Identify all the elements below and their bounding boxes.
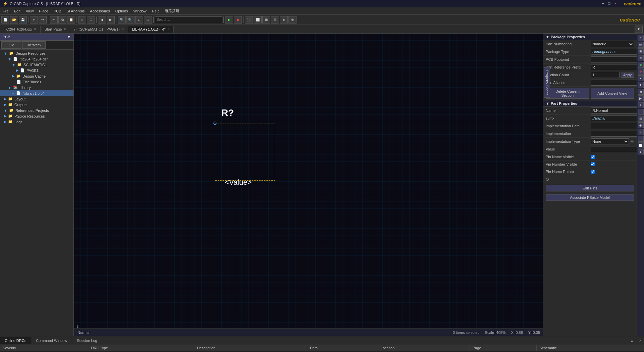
tb-copy[interactable]: ⧉: [58, 16, 66, 24]
mini-zoom-in[interactable]: +: [638, 102, 644, 108]
tree-dsn-file[interactable]: ▼ 📄 .\tc264_tc264.dsn: [0, 56, 73, 62]
mini-info[interactable]: ℹ: [638, 149, 644, 155]
bottom-close-btn[interactable]: ×: [637, 339, 644, 343]
prop-part-ref-prefix-input[interactable]: [591, 64, 637, 70]
tab-schematic[interactable]: / - (SCHEMATIC1 : PAGE1) ×: [70, 26, 128, 33]
mini-mirror[interactable]: ↔: [638, 136, 644, 142]
tree-pspice[interactable]: ▶ 📁 PSpice Resources: [0, 113, 73, 119]
tab-start-page-close[interactable]: ×: [64, 27, 66, 31]
view-file-btn[interactable]: File: [1, 41, 21, 49]
add-convert-btn[interactable]: Add Convert View: [591, 88, 634, 99]
tb-more3[interactable]: ⊞: [262, 16, 270, 24]
mini-page[interactable]: 📄: [638, 142, 644, 148]
menu-si-analysis[interactable]: SI Analysis: [64, 8, 88, 14]
tree-layout[interactable]: ▶ 📁 Layout: [0, 96, 73, 102]
tb-more6[interactable]: ⊕: [288, 16, 297, 24]
tb-more1[interactable]: ⬛: [245, 16, 253, 24]
tree-design-resources[interactable]: ▼ 📁 Design Resources: [0, 50, 73, 56]
part-properties-header[interactable]: ▼ Part Properties: [543, 100, 637, 107]
prop-pin-name-visible-check[interactable]: [591, 155, 595, 159]
property-sheet-tab[interactable]: Property Sheet: [544, 67, 550, 98]
tree-outputs[interactable]: ▶ 📁 Outputs: [0, 102, 73, 107]
tb-new[interactable]: 📄: [1, 16, 9, 24]
minimize-btn[interactable]: −: [602, 1, 604, 6]
tb-more4[interactable]: ⊟: [271, 16, 279, 24]
tb-more5[interactable]: ◈: [280, 16, 288, 24]
mini-cursor[interactable]: ↖: [638, 35, 644, 41]
tb-zoom-in[interactable]: 🔍: [118, 16, 126, 24]
menu-options[interactable]: Options: [113, 8, 131, 14]
mini-rotate[interactable]: ↺: [638, 129, 644, 135]
prop-implementation-input[interactable]: [591, 131, 637, 137]
tree-page1[interactable]: ▶ 📄 PAGE1: [0, 68, 73, 73]
btm-tab-online-drcs[interactable]: Online DRCs: [0, 337, 31, 344]
prop-part-aliases-input[interactable]: [591, 80, 637, 86]
tree-schematic1[interactable]: ▼ 📁 SCHEMATIC1: [0, 62, 73, 68]
mini-up[interactable]: ▲: [638, 75, 644, 81]
prop-pin-number-visible-check[interactable]: [591, 162, 595, 166]
mini-grid[interactable]: ⊡: [638, 116, 644, 122]
tb-undo[interactable]: ↩: [30, 16, 38, 24]
menu-accessories[interactable]: Accessories: [87, 8, 112, 14]
mini-remove-circle[interactable]: ⊖: [638, 69, 644, 75]
tb-forward[interactable]: ▶: [107, 16, 115, 24]
menu-window[interactable]: Window: [131, 8, 149, 14]
prop-section-count-input[interactable]: [591, 72, 620, 78]
tree-titleblock[interactable]: 📄 TitleBlock0: [0, 79, 73, 85]
tree-design-cache[interactable]: ▶ 📁 Design Cache: [0, 73, 73, 79]
view-hierarchy-btn[interactable]: Hierarchy: [22, 41, 46, 49]
delete-section-btn[interactable]: Delete Current Section: [546, 88, 589, 99]
mini-box1[interactable]: ▭: [638, 42, 644, 48]
tree-logs[interactable]: ▶ 📁 Logs: [0, 119, 73, 125]
prop-pin-name-rotate-check[interactable]: [591, 170, 595, 174]
canvas-area[interactable]: R? <Value> ⊕ .Normal 0 items selected Sc…: [74, 34, 543, 336]
menu-view[interactable]: View: [23, 8, 37, 14]
prop-impl-path-input[interactable]: [591, 123, 637, 129]
tab-project[interactable]: TC264_tc264.opj ×: [0, 26, 41, 33]
tb-more2[interactable]: ⬜: [254, 16, 262, 24]
associate-pspice-btn[interactable]: Associate PSpice Model: [546, 194, 634, 201]
prop-package-type-input[interactable]: [591, 49, 637, 55]
mini-copy[interactable]: ⧉: [638, 55, 644, 61]
menu-edit[interactable]: Edit: [11, 8, 23, 14]
btm-tab-session-log[interactable]: Session Log: [72, 337, 102, 344]
prop-impl-type-select[interactable]: None VHDL Schematic View PSpice Model: [591, 138, 629, 144]
tb-select-rect[interactable]: ▭: [78, 16, 86, 24]
prop-spinner[interactable]: ⟳: [546, 177, 550, 182]
tb-save[interactable]: 💾: [19, 16, 27, 24]
prop-impl-type-eye[interactable]: 👁: [630, 139, 634, 143]
menu-place[interactable]: Place: [36, 8, 51, 14]
tb-stop[interactable]: ■: [234, 16, 242, 24]
tb-zoom-out[interactable]: 🔍-: [126, 16, 135, 24]
tab-start-page[interactable]: Start Page ×: [41, 26, 70, 33]
prop-part-numbering-select[interactable]: Numeric Alphabetic: [591, 41, 634, 47]
menu-help[interactable]: Help: [149, 8, 162, 14]
tb-select-poly[interactable]: ⬡: [87, 16, 95, 24]
tb-cut[interactable]: ✂: [50, 16, 58, 24]
tab-library[interactable]: LIBRARY1.OLB - R* ×: [128, 26, 174, 33]
tab-schematic-close[interactable]: ×: [122, 27, 124, 31]
prop-section-count-apply[interactable]: Apply: [621, 73, 634, 78]
bottom-collapse-btn[interactable]: ▲: [628, 339, 637, 343]
menu-pcb[interactable]: PCB: [51, 8, 64, 14]
mini-left[interactable]: ◀: [638, 89, 644, 95]
title-bar-controls[interactable]: − □ × cadence: [602, 1, 641, 6]
tb-run[interactable]: ▶: [225, 16, 233, 24]
tb-zoom-fit[interactable]: ⊡: [135, 16, 143, 24]
menu-file[interactable]: File: [0, 8, 11, 14]
menu-chinese[interactable]: 电路搭建: [162, 8, 182, 14]
close-btn[interactable]: ×: [614, 1, 616, 6]
mini-right[interactable]: ▶: [638, 95, 644, 101]
prop-pcb-footprint-input[interactable]: [591, 56, 637, 62]
left-panel-collapse[interactable]: ▼: [67, 35, 71, 39]
mini-add-circle[interactable]: ⊕: [638, 62, 644, 68]
tab-library-close[interactable]: ×: [168, 27, 170, 31]
maximize-btn[interactable]: □: [608, 1, 610, 6]
mini-zoom-out[interactable]: -: [638, 109, 644, 115]
search-input[interactable]: [155, 16, 222, 23]
mini-snap[interactable]: ◈: [638, 122, 644, 128]
package-properties-header[interactable]: ▼ Package Properties: [543, 34, 637, 40]
mini-down[interactable]: ▼: [638, 82, 644, 88]
tab-scroll-right[interactable]: ▼: [635, 26, 643, 33]
tb-redo[interactable]: ↪: [39, 16, 47, 24]
